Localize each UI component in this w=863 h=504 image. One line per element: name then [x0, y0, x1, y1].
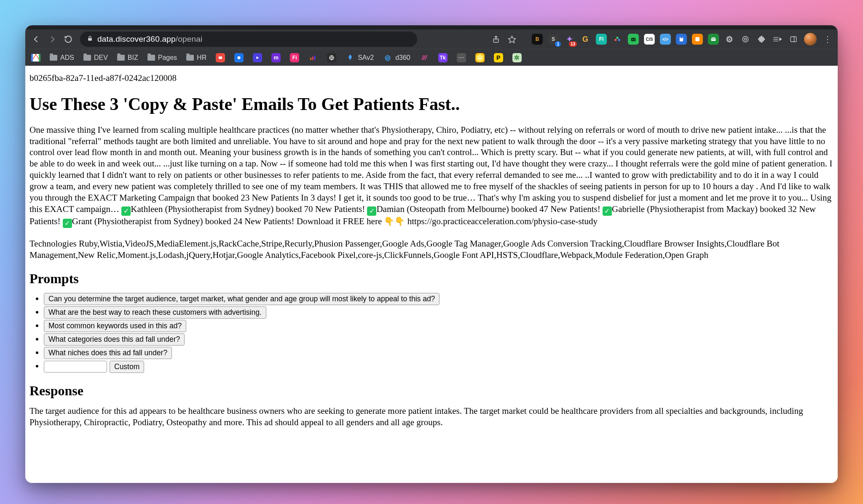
- ext-icon-orange[interactable]: [692, 34, 703, 45]
- ext-icon-robot[interactable]: [628, 34, 639, 45]
- ext-icon-g[interactable]: G: [580, 34, 591, 45]
- bookmark-item[interactable]: Tk: [437, 52, 449, 63]
- bookmark-folder-pages[interactable]: Pages: [146, 53, 179, 62]
- prompt-button[interactable]: Most common keywords used in this ad?: [44, 320, 186, 332]
- custom-prompt-input[interactable]: [44, 361, 107, 373]
- technologies-label: Technologies: [29, 239, 79, 249]
- svg-point-5: [618, 39, 620, 41]
- bookmark-icon: [216, 53, 225, 62]
- share-icon[interactable]: [490, 34, 501, 45]
- bookmark-item[interactable]: [325, 52, 338, 63]
- bookmark-label: Pages: [158, 54, 177, 62]
- ad-body-link: https://go.practiceacceleration.com/phys…: [407, 216, 598, 226]
- point-down-icon: 👇👇: [384, 217, 405, 226]
- bookmark-item[interactable]: ///: [418, 52, 431, 63]
- response-heading: Response: [29, 382, 834, 399]
- svg-point-8: [634, 39, 635, 40]
- bookmark-icon: ☺: [475, 53, 485, 62]
- svg-marker-17: [780, 38, 781, 40]
- side-panel-icon[interactable]: [788, 34, 799, 45]
- svg-rect-18: [791, 37, 796, 42]
- svg-rect-0: [88, 38, 92, 40]
- bookmark-item[interactable]: ····: [455, 52, 468, 63]
- bookmark-label: BIZ: [128, 54, 138, 62]
- bookmark-icon: [308, 53, 318, 62]
- prompt-item: Most common keywords used in this ad?: [44, 320, 834, 332]
- prompt-item: What niches does this ad fall under?: [44, 347, 834, 359]
- bookmark-star-icon[interactable]: [507, 34, 517, 45]
- bookmark-sav2[interactable]: SAv2: [344, 52, 375, 63]
- prompt-button[interactable]: What niches does this ad fall under?: [44, 347, 172, 359]
- ext-icon-circle[interactable]: [740, 34, 751, 45]
- checkmark-icon: ✓: [121, 206, 131, 216]
- chrome-menu-icon[interactable]: ⋮: [822, 34, 834, 44]
- bookmark-folder-ads[interactable]: ADS: [48, 53, 76, 62]
- record-id: b0265fba-82a7-11ed-a87f-0242ac120008: [29, 72, 834, 84]
- bookmark-icon: Tk: [438, 53, 448, 62]
- profile-avatar[interactable]: [804, 33, 817, 46]
- forward-button[interactable]: [46, 32, 59, 46]
- bookmark-label: ADS: [60, 54, 74, 62]
- ad-bullet: Grant (Physiotherapist from Sydney) book…: [72, 216, 384, 226]
- svg-point-13: [745, 38, 747, 40]
- bookmark-icon: Fi: [290, 53, 299, 62]
- ext-icon-diamond[interactable]: ✦13: [564, 34, 575, 45]
- checkmark-icon: ✓: [63, 219, 72, 228]
- custom-prompt-button[interactable]: Custom: [110, 361, 144, 373]
- address-bar[interactable]: data.discover360.app/openai: [80, 32, 417, 47]
- bookmark-item[interactable]: Fi: [288, 52, 301, 63]
- bookmark-item[interactable]: [233, 52, 245, 63]
- bookmark-item[interactable]: [214, 52, 227, 63]
- prompt-button[interactable]: What are the best way to reach these cus…: [44, 306, 266, 319]
- bookmark-d360[interactable]: ◎d360: [381, 52, 412, 63]
- ext-icon-save[interactable]: [676, 34, 687, 45]
- extensions-icon[interactable]: [756, 34, 767, 45]
- checkmark-icon: ✓: [603, 206, 612, 216]
- bookmark-item[interactable]: [307, 52, 319, 63]
- page-content: b0265fba-82a7-11ed-a87f-0242ac120008 Use…: [25, 66, 838, 483]
- ext-icon-b[interactable]: B: [532, 34, 543, 45]
- ad-body-text: One massive thing I've learned from scal…: [29, 124, 834, 228]
- bookmark-icon: ✲: [512, 53, 522, 62]
- media-control-icon[interactable]: [772, 34, 783, 45]
- ext-icon-mail[interactable]: [708, 34, 719, 45]
- ad-bullet: Kathleen (Physiotherapist from Sydney) b…: [131, 204, 367, 214]
- bookmarks-bar: ADS DEV BIZ Pages HR m Fi SAv2 ◎d360 ///…: [25, 49, 838, 66]
- folder-icon: [147, 55, 155, 61]
- prompt-item: What categories does this ad fall under?: [44, 333, 834, 346]
- ad-body-pre: One massive thing I've learned from scal…: [29, 125, 832, 214]
- response-text: The target audience for this ad appears …: [29, 405, 834, 428]
- svg-rect-24: [312, 56, 314, 60]
- ext-icon-palette[interactable]: [612, 34, 623, 45]
- reload-button[interactable]: [62, 32, 75, 46]
- svg-rect-6: [631, 38, 636, 41]
- folder-icon: [83, 55, 91, 61]
- bookmark-folder-hr[interactable]: HR: [185, 53, 208, 62]
- folder-icon: [186, 55, 194, 61]
- prompt-button[interactable]: What categories does this ad fall under?: [44, 333, 185, 346]
- ext-icon-fl[interactable]: Fl: [596, 34, 607, 45]
- bookmark-item[interactable]: ✲: [511, 52, 523, 63]
- back-button[interactable]: [29, 32, 43, 46]
- ext-icon-cs[interactable]: C/S: [644, 34, 655, 45]
- bookmark-item[interactable]: P: [492, 52, 505, 63]
- bookmark-gmail[interactable]: [29, 53, 42, 62]
- bookmark-item[interactable]: [251, 52, 264, 63]
- bookmark-icon: m: [271, 53, 281, 62]
- technologies-list: Ruby,Wistia,VideoJS,MediaElement.js,Rack…: [29, 239, 780, 260]
- svg-point-12: [742, 36, 748, 42]
- checkmark-icon: ✓: [367, 206, 376, 216]
- prompt-item-custom: Custom: [44, 360, 834, 373]
- bookmark-item[interactable]: ☺: [474, 52, 486, 63]
- svg-marker-2: [509, 36, 516, 43]
- bookmark-folder-biz[interactable]: BIZ: [115, 53, 140, 62]
- ext-icon-code[interactable]: </>: [660, 34, 671, 45]
- bookmark-item[interactable]: m: [270, 52, 282, 63]
- folder-icon: [117, 55, 125, 61]
- bookmark-folder-dev[interactable]: DEV: [82, 53, 110, 62]
- ext-icon-gear[interactable]: ⚙: [724, 34, 735, 45]
- prompts-list: Can you determine the target audience, t…: [44, 293, 834, 373]
- prompt-button[interactable]: Can you determine the target audience, t…: [44, 293, 440, 305]
- ext-icon-s[interactable]: S1: [548, 34, 559, 45]
- prompt-item: Can you determine the target audience, t…: [44, 293, 834, 305]
